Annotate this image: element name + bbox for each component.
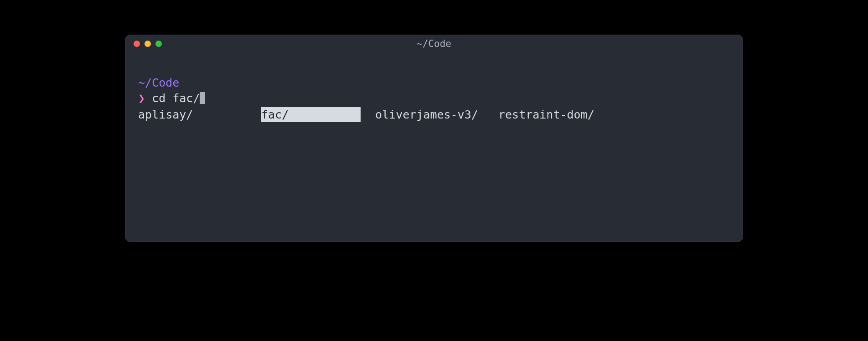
command-input[interactable]: cd fac/ bbox=[145, 91, 200, 106]
prompt-line: ❯ cd fac/ bbox=[138, 91, 730, 106]
maximize-icon[interactable] bbox=[155, 41, 162, 47]
close-icon[interactable] bbox=[134, 41, 140, 47]
completion-item[interactable]: restraint-dom/ bbox=[498, 107, 621, 123]
completion-label: oliverjames-v3/ bbox=[375, 108, 478, 121]
titlebar: ~/Code bbox=[125, 35, 743, 52]
completion-item[interactable]: aplisay/ bbox=[138, 107, 261, 123]
window-title: ~/Code bbox=[125, 38, 743, 49]
cursor-icon bbox=[200, 92, 205, 104]
prompt-path: ~/Code bbox=[138, 75, 730, 91]
completions-row: aplisay/ fac/ oliverjames-v3/ restraint-… bbox=[138, 107, 730, 123]
terminal-window: ~/Code ~/Code ❯ cd fac/ aplisay/ fac/ ol… bbox=[125, 35, 743, 242]
completion-label: restraint-dom/ bbox=[498, 108, 594, 121]
minimize-icon[interactable] bbox=[145, 41, 151, 47]
traffic-lights bbox=[134, 41, 162, 47]
prompt-char: ❯ bbox=[138, 91, 145, 106]
completion-item[interactable]: oliverjames-v3/ bbox=[375, 107, 498, 123]
completion-label: aplisay/ bbox=[138, 108, 193, 121]
terminal-body[interactable]: ~/Code ❯ cd fac/ aplisay/ fac/ oliverjam… bbox=[125, 52, 743, 242]
completion-item-selected[interactable]: fac/ bbox=[261, 107, 375, 123]
completion-label: fac/ bbox=[261, 107, 361, 123]
